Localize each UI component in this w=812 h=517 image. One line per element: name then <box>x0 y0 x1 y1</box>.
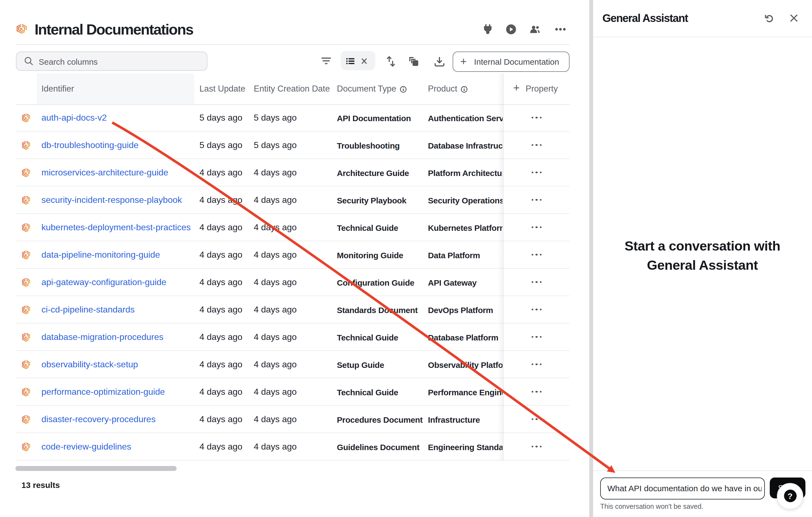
svg-text:K: K <box>24 253 27 257</box>
svg-text:K: K <box>24 171 27 175</box>
svg-text:K: K <box>24 308 27 312</box>
svg-text:K: K <box>20 27 23 31</box>
svg-text:K: K <box>24 226 27 230</box>
svg-text:K: K <box>24 390 27 394</box>
svg-text:K: K <box>24 445 27 449</box>
svg-text:K: K <box>24 199 27 203</box>
svg-text:K: K <box>24 116 27 120</box>
svg-text:K: K <box>24 336 27 340</box>
svg-text:K: K <box>24 144 27 148</box>
svg-text:K: K <box>24 418 27 422</box>
svg-text:K: K <box>24 281 27 285</box>
svg-text:K: K <box>24 363 27 367</box>
